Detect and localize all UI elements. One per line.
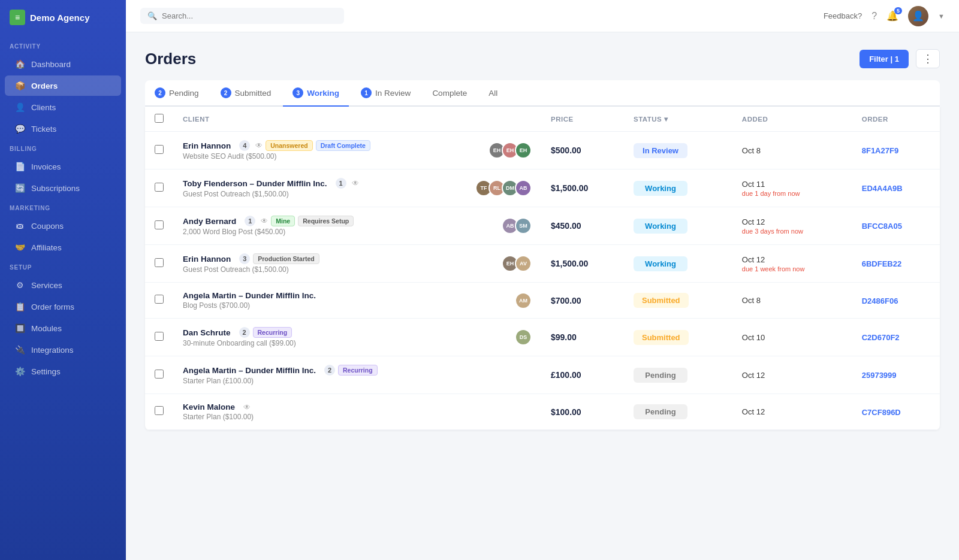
sidebar-item-settings[interactable]: ⚙️ Settings <box>5 361 121 382</box>
client-name: Dan Schrute <box>183 328 231 337</box>
row-checkbox[interactable] <box>155 332 164 341</box>
client-count: 2 <box>239 327 250 338</box>
added-date: Oct 11 <box>742 180 843 189</box>
order-link[interactable]: C7CF896D <box>862 408 901 417</box>
eye-icon[interactable]: 👁 <box>243 403 251 411</box>
sidebar-item-coupons[interactable]: 🎟 Coupons <box>5 216 121 236</box>
sidebar-logo[interactable]: ≡ Demo Agency <box>0 0 126 37</box>
added-date: Oct 10 <box>742 333 843 342</box>
tab-badge-pending: 2 <box>155 87 165 98</box>
sidebar-item-orders[interactable]: 📦 Orders <box>5 75 121 96</box>
client-name: Toby Flenderson – Dunder Mifflin Inc. <box>183 179 327 188</box>
sidebar-item-dashboard[interactable]: 🏠 Dashboard <box>5 54 121 74</box>
avatar[interactable]: 👤 <box>908 6 928 26</box>
service-name: 30-minute Onboarding call ($99.00) <box>183 339 296 347</box>
select-all-checkbox[interactable] <box>155 114 164 123</box>
row-checkbox[interactable] <box>155 145 164 154</box>
sidebar-label-invoices: Invoices <box>31 162 61 171</box>
row-checkbox[interactable] <box>155 220 164 229</box>
sidebar-item-subscriptions[interactable]: 🔄 Subscriptions <box>5 178 121 198</box>
sidebar-icon-affiliates: 🤝 <box>14 243 25 252</box>
sidebar-item-affiliates[interactable]: 🤝 Affiliates <box>5 237 121 258</box>
tab-submitted[interactable]: 2Submitted <box>211 80 281 107</box>
added-date: Oct 8 <box>742 296 843 305</box>
table-row: Angela Martin – Dunder Mifflin Inc. 2Rec… <box>145 356 940 394</box>
service-name: 2,000 Word Blog Post ($450.00) <box>183 228 354 236</box>
status-badge: In Review <box>634 143 687 158</box>
sidebar-item-services[interactable]: ⚙ Services <box>5 275 121 295</box>
sidebar-icon-clients: 👤 <box>14 102 25 112</box>
tab-complete[interactable]: Complete <box>423 80 477 107</box>
service-name: Guest Post Outreach ($1,500.00) <box>183 265 319 274</box>
col-price: PRICE <box>541 107 624 132</box>
badge-recurring: Recurring <box>338 365 378 376</box>
client-count: 4 <box>239 140 250 151</box>
status-badge: Pending <box>634 404 687 419</box>
added-date: Oct 12 <box>742 407 843 416</box>
order-link[interactable]: C2D670F2 <box>862 333 900 342</box>
avatar-dropdown-icon[interactable]: ▼ <box>938 13 945 20</box>
order-link[interactable]: ED4A4A9B <box>862 184 903 193</box>
sidebar-label-orders: Orders <box>31 81 58 90</box>
main-content: 🔍 Feedback? ? 🔔 5 👤 ▼ Orders Filter | 1 … <box>126 0 959 560</box>
added-date: Oct 12 <box>742 371 843 380</box>
row-checkbox[interactable] <box>155 183 164 192</box>
col-status[interactable]: STATUS ▾ <box>624 107 732 132</box>
eye-icon[interactable]: 👁 <box>261 217 268 225</box>
client-badges: 👁 <box>241 403 251 411</box>
price: £100.00 <box>551 370 581 380</box>
status-badge: Submitted <box>634 293 689 308</box>
search-input[interactable] <box>162 11 337 20</box>
status-badge: Working <box>634 181 687 196</box>
tab-inreview[interactable]: 1In Review <box>351 80 420 107</box>
orders-table: CLIENT PRICE STATUS ▾ ADDED ORDER Erin H… <box>145 107 940 430</box>
header-actions: Filter | 1 ⋮ <box>860 49 940 68</box>
col-order: ORDER <box>852 107 940 132</box>
row-checkbox[interactable] <box>155 370 164 379</box>
tab-pending[interactable]: 2Pending <box>145 80 209 107</box>
eye-icon[interactable]: 👁 <box>352 179 359 187</box>
order-link[interactable]: BFCC8A05 <box>862 222 902 231</box>
badge-mine: Mine <box>271 216 295 226</box>
filter-button[interactable]: Filter | 1 <box>860 50 909 68</box>
logo-icon: ≡ <box>10 10 25 25</box>
row-checkbox[interactable] <box>155 295 164 304</box>
feedback-link[interactable]: Feedback? <box>824 11 862 20</box>
notifications-icon[interactable]: 🔔 5 <box>886 10 898 22</box>
tab-label-working: Working <box>307 89 339 98</box>
tab-all[interactable]: All <box>479 80 507 107</box>
sidebar-item-modules[interactable]: 🔲 Modules <box>5 318 121 338</box>
sidebar-item-order-forms[interactable]: 📋 Order forms <box>5 296 121 317</box>
order-link[interactable]: 8F1A27F9 <box>862 146 898 155</box>
row-checkbox[interactable] <box>155 258 164 267</box>
client-badges: 1👁 <box>333 178 359 189</box>
logo-text: Demo Agency <box>30 13 89 23</box>
sidebar-item-integrations[interactable]: 🔌 Integrations <box>5 340 121 360</box>
tab-working[interactable]: 3Working <box>283 80 349 107</box>
tab-badge-working: 3 <box>292 87 303 98</box>
order-link[interactable]: 25973999 <box>862 371 897 380</box>
sidebar-item-clients[interactable]: 👤 Clients <box>5 97 121 117</box>
sidebar-icon-invoices: 📄 <box>14 162 25 171</box>
sidebar-item-invoices[interactable]: 📄 Invoices <box>5 156 121 177</box>
row-checkbox[interactable] <box>155 406 164 415</box>
sidebar-icon-dashboard: 🏠 <box>14 59 25 69</box>
sidebar-item-tickets[interactable]: 💬 Tickets <box>5 119 121 139</box>
avatars: TFRLDMAB <box>475 180 532 196</box>
added-date: Oct 12 <box>742 217 843 226</box>
search-wrap[interactable]: 🔍 <box>140 8 344 24</box>
order-link[interactable]: D2486F06 <box>862 296 898 305</box>
added-due: due 1 week from now <box>742 265 843 273</box>
sidebar-label-modules: Modules <box>31 324 62 333</box>
help-icon[interactable]: ? <box>871 11 877 22</box>
order-link[interactable]: 6BDFEB22 <box>862 259 901 268</box>
price: $1,500.00 <box>551 259 588 268</box>
eye-icon[interactable]: 👁 <box>255 141 263 150</box>
client-name: Angela Martin – Dunder Mifflin Inc. <box>183 291 316 300</box>
more-options-button[interactable]: ⋮ <box>916 49 940 68</box>
added-due: due 1 day from now <box>742 190 843 197</box>
sidebar-icon-orders: 📦 <box>14 81 25 90</box>
avatars: DS <box>515 329 532 346</box>
client-name: Erin Hannon <box>183 141 231 150</box>
price: $450.00 <box>551 221 581 231</box>
